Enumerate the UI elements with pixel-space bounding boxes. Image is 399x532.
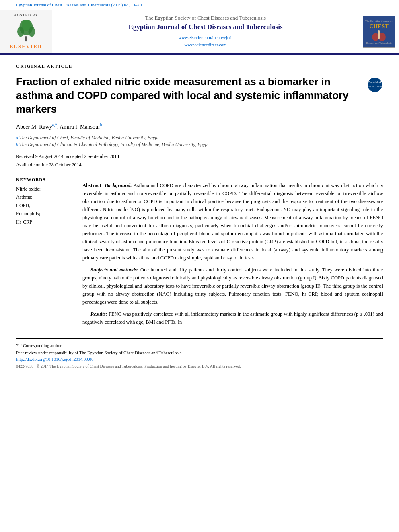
corresponding-author-note: * * Corresponding author. (16, 343, 383, 349)
keyword-5: Hs-CRP (16, 218, 74, 226)
svg-rect-6 (25, 39, 27, 42)
abstract-divider (82, 177, 383, 177)
peer-review-note: Peer review under responsibility of The … (16, 350, 383, 355)
issn-text: 0422-7638 (16, 364, 33, 368)
svg-point-11 (368, 78, 382, 92)
svg-point-10 (378, 30, 380, 33)
abstract-subjects: Subjects and methods: One hundred and fi… (82, 266, 383, 306)
author2-name: , Amira I. Mansour (57, 123, 100, 129)
peer-review-text: Peer review under responsibility of The … (16, 350, 183, 355)
footer-area: * * Corresponding author. Peer review un… (16, 338, 383, 368)
doi-text: http://dx.doi.org/10.1016/j.ejcdt.2014.0… (16, 357, 96, 362)
svg-text:CrossMark: CrossMark (368, 81, 382, 84)
journal-name-header: Egyptian Journal of Chest Diseases and T… (128, 23, 282, 31)
chest-lung-icon (371, 30, 387, 42)
journal-citation: Egyptian Journal of Chest Diseases and T… (16, 2, 142, 7)
available-date: Available online 28 October 2014 (16, 161, 383, 169)
keywords-column: KEYWORDS Nitric oxide; Asthma; COPD; Eos… (16, 177, 74, 330)
two-col-section: KEYWORDS Nitric oxide; Asthma; COPD; Eos… (16, 177, 383, 330)
abstract-results-text: FENO was positively correlated with all … (82, 311, 383, 325)
hosted-by-label: HOSTED BY (14, 13, 38, 17)
article-title: Fraction of exhaled nitric oxide measure… (16, 75, 360, 116)
journal-urls: www.elsevier.com/locate/ejcdt www.scienc… (179, 34, 233, 48)
dates-section: Received 9 August 2014; accepted 2 Septe… (16, 152, 383, 169)
keyword-2: Asthma; (16, 193, 74, 201)
chest-journal-cover: The Egyptian Journal of CHEST Diseases a… (359, 10, 399, 53)
author1-superscript: a,* (52, 123, 57, 127)
author1-name: Abeer M. Rawy (16, 123, 52, 129)
svg-point-5 (25, 37, 27, 39)
society-name: The Egyptian Society of Chest Diseases a… (145, 15, 266, 21)
keywords-title: KEYWORDS (16, 177, 74, 182)
article-header-row: Fraction of exhaled nitric oxide measure… (16, 75, 383, 116)
main-content: ORIGINAL ARTICLE Fraction of exhaled nit… (0, 55, 399, 376)
affiliation-a: a The Department of Chest, Faculty of Me… (16, 135, 383, 141)
abstract-background: Abstract Background: Asthma and COPD are… (82, 181, 383, 262)
keyword-1: Nitric oxide; (16, 185, 74, 193)
copyright-text: © 2014 The Egyptian Society of Chest Dis… (37, 364, 241, 368)
affiliation-a-text: The Department of Chest, Faculty of Medi… (19, 135, 159, 141)
affiliation-b-prefix: b (16, 142, 18, 147)
article-type-label: ORIGINAL ARTICLE (16, 64, 72, 70)
abstract-background-label: Background: (105, 183, 132, 188)
elsevier-branding: HOSTED BY ELSEVIER (0, 10, 52, 53)
keywords-list: Nitric oxide; Asthma; COPD; Eosinophils;… (16, 185, 74, 226)
received-date: Received 9 August 2014; accepted 2 Septe… (16, 152, 383, 160)
abstract-column: Abstract Background: Asthma and COPD are… (82, 177, 383, 330)
author2-superscript: b (100, 123, 102, 127)
url2[interactable]: www.sciencedirect.com (179, 41, 233, 49)
affiliation-b: b The Department of Clinical & Chemical … (16, 142, 383, 148)
doi-link[interactable]: http://dx.doi.org/10.1016/j.ejcdt.2014.0… (16, 357, 383, 362)
corresponding-label: * Corresponding author. (20, 343, 63, 348)
abstract-main-label: Abstract (82, 183, 101, 188)
crossmark-icon: CrossMark click for updates (367, 77, 383, 93)
abstract-results: Results: FENO was positively correlated … (82, 310, 383, 326)
keyword-3: COPD; (16, 201, 74, 210)
chest-logo-text: CHEST (369, 23, 388, 30)
authors-line: Abeer M. Rawya,*, Amira I. Mansourb (16, 123, 383, 130)
affiliation-a-prefix: a (16, 136, 18, 140)
svg-text:click for updates: click for updates (368, 85, 383, 88)
url1[interactable]: www.elsevier.com/locate/ejcdt (179, 34, 233, 41)
journal-header: HOSTED BY ELSEVIER The Egyptian Society … (0, 10, 399, 55)
abstract-results-label: Results: (90, 311, 107, 317)
journal-link-bar: Egyptian Journal of Chest Diseases and T… (0, 0, 399, 10)
affiliations: a The Department of Chest, Faculty of Me… (16, 135, 383, 148)
crossmark-badge[interactable]: CrossMark click for updates (367, 77, 383, 94)
abstract-subjects-text: One hundred and fifty patients and thirt… (82, 267, 383, 305)
elsevier-logo: ELSEVIER (10, 20, 43, 50)
keyword-4: Eosinophils; (16, 210, 74, 218)
affiliation-b-text: The Department of Clinical & Chemical Pa… (19, 142, 209, 148)
elsevier-tree-icon (12, 20, 40, 42)
footer-copyright: 0422-7638 © 2014 The Egyptian Society of… (16, 364, 383, 368)
journal-info-center: The Egyptian Society of Chest Diseases a… (52, 10, 359, 53)
abstract-background-text: Asthma and COPD are characterized by chr… (82, 183, 383, 261)
abstract-subjects-label: Subjects and methods: (90, 267, 138, 273)
elsevier-text: ELSEVIER (10, 43, 43, 50)
